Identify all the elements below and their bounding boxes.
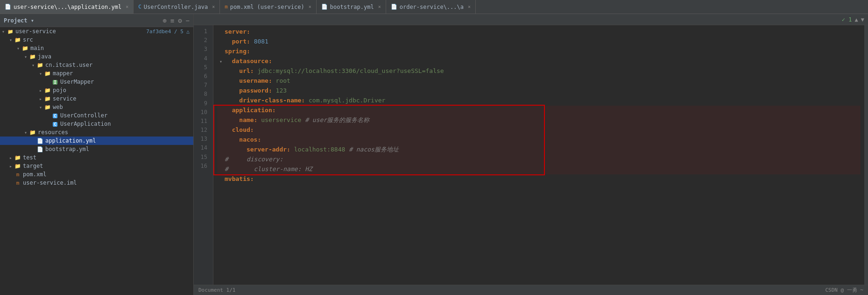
tree-icon-main: 📁 <box>21 45 29 51</box>
tree-item-target[interactable]: ▸📁target <box>0 162 193 170</box>
tree-label-UserController: UserController <box>60 112 190 119</box>
tree-item-UserController[interactable]: CUserController <box>0 111 193 120</box>
tree-arrow-target: ▸ <box>7 164 14 169</box>
tree-item-cn-itcast-user[interactable]: ▾📁cn.itcast.user <box>0 61 193 69</box>
code-text-13: server-addr: localhost:8848 # nacos服务地址 <box>225 145 861 155</box>
scrollbar-v[interactable] <box>864 25 868 285</box>
fold-icon-11 <box>217 127 225 134</box>
tree-label-service: service <box>53 95 190 102</box>
code-line-12: nacos: <box>217 135 861 145</box>
collapse-icon[interactable]: ≡ <box>170 17 174 24</box>
tree-item-java[interactable]: ▾📁java <box>0 52 193 61</box>
tab-bootstrap-yaml[interactable]: 📄bootstrap.yml× <box>317 0 386 14</box>
tree-item-service[interactable]: ▸📁service <box>0 94 193 103</box>
tree-item-UserMapper[interactable]: IUserMapper <box>0 78 193 86</box>
code-text-7: password: 123 <box>225 86 861 96</box>
tree-arrow-main: ▾ <box>15 46 21 51</box>
down-arrow-icon[interactable]: ▼ <box>861 16 864 23</box>
tab-app-yaml[interactable]: 📄user-service\...\application.yml× <box>0 0 134 14</box>
fold-icon-15 <box>217 166 225 173</box>
tab-icon-bootstrap-yaml: 📄 <box>321 4 328 10</box>
tree-item-test[interactable]: ▸📁test <box>0 153 193 162</box>
line-num-15: 15 <box>194 153 210 162</box>
code-line-14: # discovery: <box>217 155 861 165</box>
line-num-16: 16 <box>194 162 210 171</box>
minimize-icon[interactable]: − <box>186 17 190 24</box>
tree-item-user-service-iml[interactable]: muser-service.iml <box>0 179 193 187</box>
line-num-4: 4 <box>194 54 210 63</box>
tab-user-controller[interactable]: CUserController.java× <box>134 0 220 14</box>
tab-label-user-controller: UserController.java <box>144 4 208 10</box>
editor-toolbar: ✓ 1 ▲ ▼ <box>194 14 868 25</box>
tree-icon-pojo: 📁 <box>44 87 51 94</box>
tree-container: ▾📁user-service7af3dbe4 / 5 △▾📁src▾📁main▾… <box>0 27 193 187</box>
tree-arrow-user-service-root: ▾ <box>0 29 7 34</box>
tree-label-application-yml: application.yml <box>45 137 190 144</box>
up-arrow-icon[interactable]: ▲ <box>855 16 858 23</box>
code-text-14: # discovery: <box>225 155 861 165</box>
tree-item-user-service-root[interactable]: ▾📁user-service7af3dbe4 / 5 △ <box>0 27 193 36</box>
code-text-4: datasource: <box>225 57 861 66</box>
tree-item-src[interactable]: ▾📁src <box>0 36 193 44</box>
center-icon[interactable]: ⊕ <box>162 17 166 24</box>
code-line-16: mvbatis: <box>217 174 861 184</box>
tab-order-yaml[interactable]: 📄order-service\...\a× <box>386 0 476 14</box>
tree-arrow-service: ▸ <box>37 96 44 101</box>
code-lines[interactable]: server: port: 8081spring:▾ datasource: u… <box>213 25 864 285</box>
tree-item-pom-xml-file[interactable]: mpom.xml <box>0 170 193 179</box>
code-text-1: server: <box>225 27 861 37</box>
tree-item-main[interactable]: ▾📁main <box>0 44 193 52</box>
tree-icon-bootstrap-yml: 📄 <box>36 146 44 152</box>
tree-icon-service: 📁 <box>44 95 51 102</box>
tree-item-UserApplication[interactable]: CUserApplication <box>0 120 193 128</box>
code-area: 12345678910111213141516 server: port: 80… <box>194 25 864 285</box>
tree-arrow-web: ▾ <box>37 105 44 110</box>
tab-close-order-yaml[interactable]: × <box>468 4 471 9</box>
fold-icon-7 <box>217 87 225 95</box>
tree-label-src: src <box>23 36 190 43</box>
fold-icon-4[interactable]: ▾ <box>217 58 225 65</box>
tree-label-user-service-root: user-service <box>15 28 144 35</box>
tree-arrow-pojo: ▸ <box>37 88 44 93</box>
code-line-4: ▾ datasource: <box>217 57 861 66</box>
line-num-13: 13 <box>194 135 210 144</box>
code-text-9: application: <box>225 106 861 115</box>
tree-item-application-yml[interactable]: 📄application.yml <box>0 137 193 145</box>
settings-icon[interactable]: ⚙ <box>178 17 182 24</box>
main-area: Project ▾ ⊕ ≡ ⚙ − ▾📁user-service7af3dbe4… <box>0 14 868 295</box>
status-right: CSDN @ 一勇 ~ <box>825 287 863 294</box>
tree-badge-user-service-root: 7af3dbe4 / 5 △ <box>146 29 190 35</box>
tree-icon-cn-itcast-user: 📁 <box>36 62 44 68</box>
tab-pom-xml[interactable]: mpom.xml (user-service)× <box>220 0 317 14</box>
tree-item-web[interactable]: ▾📁web <box>0 103 193 111</box>
checkmark-icon: ✓ 1 <box>842 16 852 23</box>
tree-label-test: test <box>23 154 190 161</box>
fold-icon-1 <box>217 29 225 36</box>
tab-close-pom-xml[interactable]: × <box>309 4 311 9</box>
code-text-3: spring: <box>225 47 861 57</box>
tree-arrow-test: ▸ <box>7 155 14 160</box>
tab-close-user-controller[interactable]: × <box>212 4 215 9</box>
sidebar-toolbar-title: Project ▾ <box>4 17 159 24</box>
fold-icon-5 <box>217 68 225 75</box>
fold-icon-14 <box>217 156 225 164</box>
line-num-14: 14 <box>194 144 210 152</box>
tab-close-app-yaml[interactable]: × <box>126 4 128 9</box>
line-numbers: 12345678910111213141516 <box>194 25 213 285</box>
tree-label-target: target <box>23 163 190 169</box>
tree-item-bootstrap-yml[interactable]: 📄bootstrap.yml <box>0 145 193 153</box>
code-line-3: spring: <box>217 47 861 57</box>
tree-icon-UserController: C <box>51 112 59 119</box>
tab-bar: 📄user-service\...\application.yml×CUserC… <box>0 0 868 14</box>
tree-item-pojo[interactable]: ▸📁pojo <box>0 86 193 94</box>
tree-label-pom-xml-file: pom.xml <box>23 171 190 178</box>
tree-item-mapper[interactable]: ▾📁mapper <box>0 69 193 78</box>
tree-label-java: java <box>38 53 190 60</box>
code-text-16: mvbatis: <box>225 174 861 184</box>
tree-icon-src: 📁 <box>14 36 21 43</box>
tree-item-resources[interactable]: ▾📁resources <box>0 128 193 137</box>
fold-icon-8 <box>217 97 225 105</box>
tab-close-bootstrap-yaml[interactable]: × <box>378 4 381 9</box>
tab-label-order-yaml: order-service\...\a <box>400 4 464 10</box>
tree-label-pojo: pojo <box>53 87 190 94</box>
